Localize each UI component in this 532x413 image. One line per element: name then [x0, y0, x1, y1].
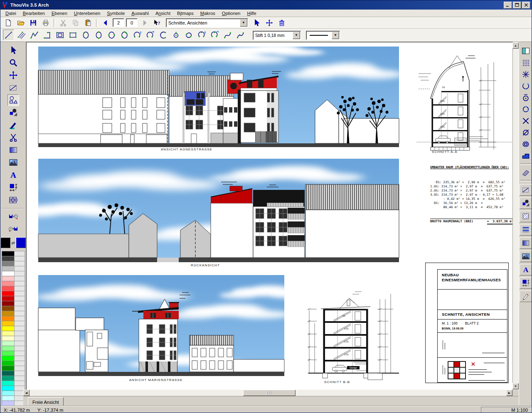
menu-symbole[interactable]: Symbole [103, 10, 128, 17]
spline-points-button[interactable] [235, 30, 246, 41]
menu-bearbeiten[interactable]: Bearbeiten [20, 10, 48, 17]
view-combo[interactable]: Schnitte, Ansichten ▼ [166, 18, 248, 27]
menu-auswahl[interactable]: Auswahl [128, 10, 152, 17]
print-button[interactable] [40, 18, 51, 28]
select-button[interactable] [7, 44, 19, 56]
cut-button[interactable] [7, 132, 19, 143]
concentric-button[interactable] [520, 139, 532, 149]
load-image-button[interactable] [2, 224, 24, 236]
distort-button[interactable] [520, 184, 532, 196]
parallel-lines-button[interactable] [16, 30, 27, 41]
open-button[interactable] [15, 18, 26, 28]
text-button[interactable]: A [7, 169, 19, 181]
text-button[interactable]: A [520, 264, 532, 275]
arc-points-up-button[interactable] [196, 30, 207, 41]
move-button[interactable] [7, 69, 19, 81]
next-sheet-button[interactable] [139, 18, 150, 28]
fill-shapes-button[interactable] [520, 197, 532, 209]
menu-hilfe[interactable]: Hilfe [244, 10, 259, 17]
circle-points-button[interactable] [520, 104, 532, 114]
edit-points-button[interactable] [7, 119, 19, 131]
hatch-tool-button[interactable] [520, 167, 532, 177]
circle-center-button[interactable] [170, 30, 182, 41]
front-color-swatch[interactable] [0, 237, 10, 248]
arc-tangent-right-button[interactable] [145, 30, 156, 41]
point-grid-button[interactable] [520, 58, 532, 68]
menu-bitmaps[interactable]: Bitmaps [174, 10, 197, 17]
snap-star-button[interactable] [520, 69, 532, 79]
vertical-scrollbar[interactable]: ▲ ▼ [512, 42, 519, 390]
scale-button[interactable]: x [7, 182, 19, 193]
zoom-button[interactable] [7, 57, 19, 69]
bitmap-fill-button[interactable] [520, 251, 532, 262]
new-button[interactable] [3, 18, 14, 28]
gradient-fill-button[interactable] [520, 237, 532, 249]
scrollbar-thumb[interactable] [243, 390, 296, 396]
rectangle-button[interactable] [67, 30, 79, 41]
menu-optionen[interactable]: Optionen [219, 10, 244, 17]
save-button[interactable] [28, 18, 39, 28]
ellipse-2-button[interactable] [93, 30, 104, 41]
arc-button[interactable] [158, 30, 169, 41]
scale-button[interactable]: x [520, 277, 532, 289]
chevron-down-icon[interactable]: ▼ [240, 19, 247, 27]
bitmap-button[interactable] [7, 157, 19, 168]
select-button[interactable] [251, 18, 262, 28]
circle-center-button[interactable] [520, 93, 532, 103]
pattern-editor-button[interactable] [520, 46, 532, 56]
pen-style-button[interactable] [520, 290, 532, 302]
copy-button[interactable] [70, 18, 81, 28]
horizontal-scrollbar[interactable]: ◀ ▶ [23, 390, 512, 396]
menu-ebenen[interactable]: Ebenen [48, 10, 71, 17]
wall-bricks-button[interactable] [2, 194, 25, 206]
prev-sheet-button[interactable] [100, 18, 111, 28]
color-swap[interactable]: ⇄ [0, 237, 25, 248]
polyline-ortho-button[interactable] [42, 30, 53, 41]
ellipse-3-button[interactable] [106, 30, 117, 41]
hatch-fill-button[interactable] [520, 211, 532, 222]
minimize-button[interactable] [504, 2, 512, 9]
arc-points-button[interactable] [520, 81, 532, 91]
fill-shapes-button[interactable] [7, 107, 19, 118]
ellipse-1-button[interactable] [80, 30, 91, 41]
layer-number-field[interactable]: 0 [126, 18, 138, 27]
draw-shapes-button[interactable] [7, 94, 19, 106]
close-button[interactable] [522, 2, 530, 9]
pen-combo[interactable]: Stift 1 0,18 mm ▼ [253, 31, 301, 40]
filled-polygon-button[interactable] [520, 151, 532, 161]
scroll-down-button[interactable]: ▼ [512, 383, 519, 389]
stripe-fill-button[interactable] [520, 224, 532, 236]
paste-button[interactable] [83, 18, 94, 28]
sheet-number-field[interactable]: 2 [113, 18, 124, 27]
freeform-button[interactable] [183, 30, 195, 41]
drawing-canvas[interactable]: ANSICHT AGNESSTRASSE [26, 42, 512, 390]
line-button[interactable] [3, 30, 14, 41]
menu-ansicht[interactable]: Ansicht [152, 10, 174, 17]
ellipse-4-button[interactable] [119, 30, 130, 41]
nested-rectangle-button[interactable] [54, 30, 66, 41]
delete-button[interactable] [276, 18, 287, 28]
scroll-up-button[interactable]: ▲ [512, 42, 519, 49]
cut-button[interactable] [58, 18, 69, 28]
maximize-button[interactable] [513, 2, 521, 9]
context-help-button[interactable]: ? [152, 18, 163, 28]
scroll-left-button[interactable]: ◀ [23, 390, 30, 396]
spline-button[interactable] [222, 30, 233, 41]
diameter-button[interactable] [520, 128, 532, 138]
save-as-image-button[interactable] [2, 211, 24, 223]
distort-button[interactable] [7, 82, 19, 93]
menu-makros[interactable]: Makros [197, 10, 219, 17]
back-color-swatch[interactable] [16, 237, 26, 248]
arc-tangent-up-button[interactable] [132, 30, 143, 41]
chevron-down-icon[interactable]: ▼ [332, 32, 339, 39]
gradient-button[interactable] [7, 144, 19, 156]
pan-button[interactable] [264, 18, 275, 28]
arc-points-right-button[interactable] [209, 30, 220, 41]
polyline-button[interactable] [29, 30, 40, 41]
chevron-down-icon[interactable]: ▼ [293, 32, 300, 39]
delete-point-button[interactable] [520, 116, 532, 126]
menu-unterebenen[interactable]: Unterebenen [71, 10, 104, 17]
scroll-right-button[interactable]: ▶ [506, 390, 512, 396]
menu-datei[interactable]: Datei [2, 10, 20, 17]
linestyle-combo[interactable]: ▼ [306, 31, 340, 40]
